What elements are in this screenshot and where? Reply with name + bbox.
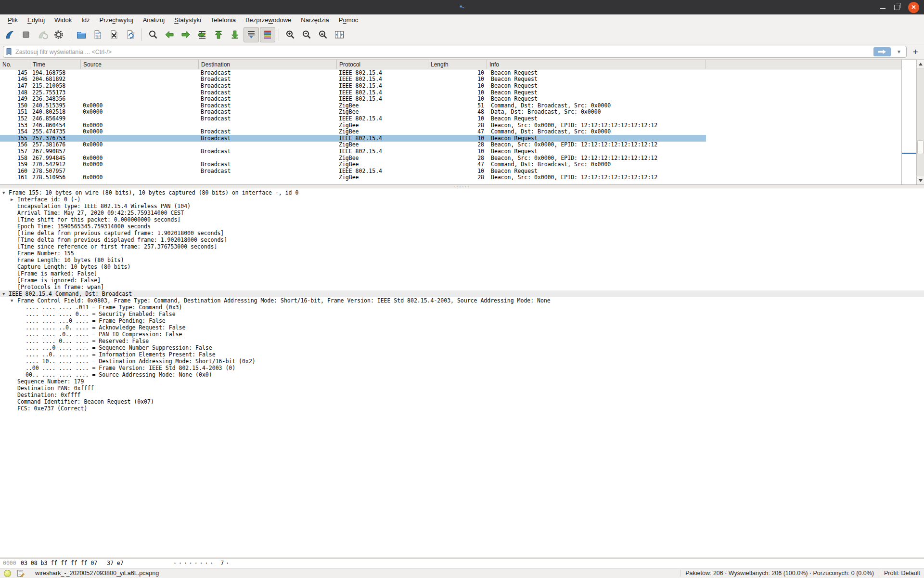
zoom-reset-icon[interactable]: [315, 27, 331, 42]
column-header-source[interactable]: Source: [81, 60, 199, 69]
packet-row-155[interactable]: 155257.376753BroadcastIEEE 802.15.410Bea…: [0, 135, 706, 142]
go-next-packet-icon[interactable]: [178, 27, 193, 42]
expander-closed-icon[interactable]: ▶: [11, 196, 13, 203]
auto-scroll-icon[interactable]: [244, 27, 259, 42]
menu-edytuj[interactable]: Edytuj: [23, 15, 50, 25]
detail-line[interactable]: [Protocols in frame: wpan]: [0, 284, 924, 290]
column-header-protocol[interactable]: Protocol: [337, 60, 428, 69]
start-capture-icon[interactable]: [2, 27, 17, 42]
menu-przechwytuj[interactable]: Przechwytuj: [95, 15, 138, 25]
packet-row-159[interactable]: 159270.5429120x0000BroadcastZigBee47Comm…: [0, 161, 706, 168]
save-file-icon[interactable]: 010101101011: [90, 27, 105, 42]
filter-dropdown-caret-icon[interactable]: ▼: [894, 49, 904, 54]
packet-row-147[interactable]: 147215.210058BroadcastIEEE 802.15.410Bea…: [0, 82, 706, 89]
packet-row-151[interactable]: 151240.8025180x0000BroadcastZigBee48Data…: [0, 109, 706, 116]
packet-row-157[interactable]: 157267.990857BroadcastIEEE 802.15.410Bea…: [0, 148, 706, 155]
stop-capture-icon[interactable]: [18, 27, 34, 42]
menu-widok[interactable]: Widok: [50, 15, 77, 25]
go-to-packet-icon[interactable]: [194, 27, 210, 42]
display-filter-input[interactable]: Zastosuj filtr wyświetlania ... <Ctrl-/>…: [3, 46, 907, 58]
open-file-icon[interactable]: [74, 27, 89, 42]
expert-info-icon[interactable]: [4, 570, 11, 577]
detail-line[interactable]: [Frame is marked: False]: [0, 270, 924, 277]
capture-options-icon[interactable]: [51, 27, 66, 42]
reload-file-icon[interactable]: [123, 27, 138, 42]
packet-row-161[interactable]: 161278.5109560x0000ZigBee28Beacon, Src: …: [0, 174, 706, 181]
detail-line[interactable]: ▼Frame Control Field: 0x0803, Frame Type…: [0, 297, 924, 304]
go-last-packet-icon[interactable]: [227, 27, 243, 42]
scrollbar-thumb[interactable]: [917, 140, 924, 154]
scroll-up-arrow[interactable]: [917, 60, 924, 68]
column-header-info[interactable]: Info: [487, 60, 706, 69]
hex-dump-pane[interactable]: 0000 03 08 b3 ff ff ff ff 07 37 e7 ·····…: [0, 558, 924, 568]
column-header-destination[interactable]: Destination: [199, 60, 337, 69]
menu-pomoc[interactable]: Pomoc: [334, 15, 363, 25]
packet-row-152[interactable]: 152246.856499BroadcastIEEE 802.15.410Bea…: [0, 115, 706, 122]
detail-line[interactable]: Destination PAN: 0xffff: [0, 385, 924, 392]
menu-statystyki[interactable]: Statystyki: [169, 15, 206, 25]
menu-plik[interactable]: Plik: [3, 15, 23, 25]
detail-line[interactable]: .... .... ...0 .... = Frame Pending: Fal…: [0, 317, 924, 324]
packet-row-153[interactable]: 153246.8604540x0000ZigBee28Beacon, Src: …: [0, 122, 706, 129]
detail-line[interactable]: Epoch Time: 1590565345.759314000 seconds: [0, 223, 924, 230]
maximize-button[interactable]: [894, 5, 899, 10]
minimize-button[interactable]: [880, 5, 886, 9]
detail-line[interactable]: ▼IEEE 802.15.4 Command, Dst: Broadcast: [0, 290, 924, 297]
column-header-time[interactable]: Time: [30, 60, 81, 69]
capture-comment-icon[interactable]: [17, 569, 25, 577]
close-file-icon[interactable]: [106, 27, 122, 42]
column-header-no[interactable]: No.: [0, 60, 30, 69]
close-button[interactable]: ✕: [908, 2, 919, 13]
packet-row-146[interactable]: 146204.681892BroadcastIEEE 802.15.410Bea…: [0, 76, 706, 83]
packet-row-150[interactable]: 150240.5153950x0000BroadcastZigBee51Comm…: [0, 102, 706, 109]
expander-open-icon[interactable]: ▼: [2, 290, 5, 297]
detail-line[interactable]: ..00 .... .... .... = Frame Version: IEE…: [0, 365, 924, 371]
packet-row-156[interactable]: 156257.3816760x0000ZigBee28Beacon, Src: …: [0, 142, 706, 148]
detail-line[interactable]: [Time shift for this packet: 0.000000000…: [0, 216, 924, 223]
packet-row-160[interactable]: 160278.507957BroadcastIEEE 802.15.410Bea…: [0, 168, 706, 174]
menu-telefonia[interactable]: Telefonia: [206, 15, 241, 25]
detail-line[interactable]: FCS: 0xe737 (Correct): [0, 405, 924, 412]
detail-line[interactable]: Capture Length: 10 bytes (80 bits): [0, 263, 924, 270]
scroll-down-arrow[interactable]: [917, 176, 924, 184]
detail-line[interactable]: .... ...0 .... .... = Sequence Number Su…: [0, 344, 924, 351]
zoom-out-icon[interactable]: [299, 27, 314, 42]
expander-open-icon[interactable]: ▼: [2, 189, 5, 196]
detail-line[interactable]: Command Identifier: Beacon Request (0x07…: [0, 398, 924, 405]
detail-line[interactable]: Frame Number: 155: [0, 250, 924, 257]
detail-line[interactable]: Arrival Time: May 27, 2020 09:42:25.7593…: [0, 210, 924, 216]
restart-capture-icon[interactable]: [35, 27, 50, 42]
resize-columns-icon[interactable]: [332, 27, 347, 42]
hex-bytes-2[interactable]: 37 e7: [107, 560, 124, 566]
list-details-splitter[interactable]: ······: [0, 184, 924, 188]
menu-analizuj[interactable]: Analizuj: [138, 15, 170, 25]
detail-line[interactable]: .... .... .... 0... = Security Enabled: …: [0, 311, 924, 317]
go-first-packet-icon[interactable]: [211, 27, 226, 42]
scrollbar-track[interactable]: [916, 60, 924, 184]
scrollbar-minimap[interactable]: [901, 60, 916, 184]
packet-row-145[interactable]: 145194.168758BroadcastIEEE 802.15.410Bea…: [0, 69, 706, 76]
hex-bytes[interactable]: 03 08 b3 ff ff ff ff 07: [21, 560, 97, 566]
detail-line[interactable]: Sequence Number: 179: [0, 378, 924, 385]
add-filter-button[interactable]: +: [910, 46, 921, 58]
detail-line[interactable]: .... .... ..0. .... = Acknowledge Reques…: [0, 324, 924, 331]
detail-line[interactable]: .... .... .... .011 = Frame Type: Comman…: [0, 304, 924, 311]
detail-line[interactable]: [Time delta from previous displayed fram…: [0, 236, 924, 243]
detail-line[interactable]: Encapsulation type: IEEE 802.15.4 Wirele…: [0, 203, 924, 210]
packet-row-154[interactable]: 154255.4747350x0000BroadcastZigBee47Comm…: [0, 128, 706, 135]
detail-line[interactable]: Destination: 0xffff: [0, 392, 924, 398]
find-packet-icon[interactable]: [145, 27, 161, 42]
expander-open-icon[interactable]: ▼: [11, 297, 13, 304]
detail-line[interactable]: ▼Frame 155: 10 bytes on wire (80 bits), …: [0, 189, 924, 196]
zoom-in-icon[interactable]: [282, 27, 298, 42]
detail-line[interactable]: ▶Interface id: 0 (-): [0, 196, 924, 203]
filter-bookmark-icon[interactable]: [6, 48, 12, 56]
menu-id[interactable]: Idź: [77, 15, 94, 25]
go-previous-packet-icon[interactable]: [162, 27, 177, 42]
profile-selector[interactable]: Profil: Default: [884, 570, 920, 577]
detail-line[interactable]: [Time delta from previous captured frame…: [0, 230, 924, 236]
detail-line[interactable]: 00.. .... .... .... = Source Addressing …: [0, 371, 924, 378]
detail-line[interactable]: [Time since reference or first frame: 25…: [0, 243, 924, 250]
packet-row-149[interactable]: 149236.348356BroadcastIEEE 802.15.410Bea…: [0, 95, 706, 102]
menu-narzdzia[interactable]: Narzędzia: [296, 15, 334, 25]
